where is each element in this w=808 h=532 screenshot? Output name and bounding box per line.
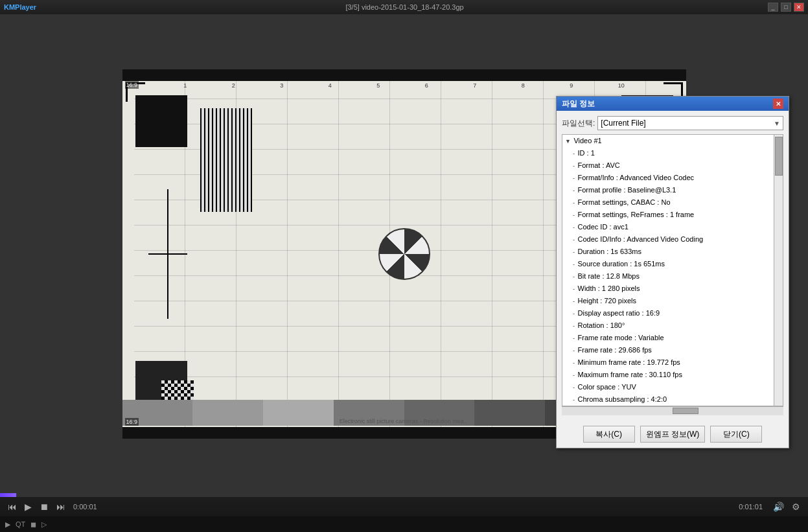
tree-item-8: - Codec ID/Info : Advanced Video Coding <box>562 233 783 246</box>
tree-item-0: ▼ Video #1 <box>562 135 783 147</box>
window-title: [3/5] video-2015-01-30_18-47-20.3gp <box>41 3 768 11</box>
tree-item-22: - Bit depth : 8 bits <box>562 406 783 406</box>
tree-scrollbar[interactable] <box>774 135 783 406</box>
volume-button[interactable]: 🔊 <box>770 500 787 513</box>
progress-fill <box>0 493 16 497</box>
tree-item-4: - Format profile : Baseline@L3.1 <box>562 184 783 196</box>
file-select-row: 파일선택: [Current File] ▼ <box>562 116 783 130</box>
tree-item-13: - Height : 720 pixels <box>562 295 783 307</box>
status-icon-2: ◼ <box>30 520 36 529</box>
app-logo: KMPlayer <box>4 3 36 11</box>
center-circle-pattern <box>378 228 430 280</box>
control-buttons: ⏮ ▶ ⏹ ⏭ 0:00:01 0:01:01 🔊 ⚙ <box>0 497 808 516</box>
tree-item-2: - Format : AVC <box>562 159 783 172</box>
titlebar: KMPlayer [3/5] video-2015-01-30_18-47-20… <box>0 0 808 14</box>
dialog-titlebar: 파일 정보 ✕ <box>557 97 789 111</box>
stop-button[interactable]: ⏹ <box>37 500 51 513</box>
tree-items-container: ▼ Video #1- ID : 1- Format : AVC- Format… <box>562 135 783 406</box>
tree-item-17: - Frame rate : 29.686 fps <box>562 344 783 356</box>
tree-item-14: - Display aspect ratio : 16:9 <box>562 307 783 319</box>
copy-button[interactable]: 복사(C) <box>583 426 635 443</box>
file-select-value: [Current File] <box>601 119 645 128</box>
tree-item-20: - Color space : YUV <box>562 381 783 393</box>
maximize-button[interactable]: □ <box>781 3 791 12</box>
tree-item-16: - Frame rate mode : Variable <box>562 332 783 344</box>
bottom-status-bar: ▶ QT ◼ ▷ <box>0 516 808 532</box>
window-controls: _ □ ✕ <box>768 3 804 12</box>
vert-lines-left <box>200 108 252 212</box>
close-button[interactable]: ✕ <box>794 3 804 12</box>
progress-bar[interactable] <box>0 493 808 497</box>
cross-pattern-left <box>148 189 187 319</box>
tree-item-9: - Duration : 1s 633ms <box>562 246 783 258</box>
tree-hscroll[interactable] <box>562 406 783 415</box>
tree-item-18: - Minimum frame rate : 19.772 fps <box>562 356 783 369</box>
tree-item-15: - Rotation : 180° <box>562 319 783 332</box>
test-block <box>135 95 187 147</box>
status-text-2: ▷ <box>41 520 47 529</box>
tree-item-12: - Width : 1 280 pixels <box>562 283 783 295</box>
file-info-dialog: 파일 정보 ✕ 파일선택: [Current File] ▼ ▼ Video #… <box>556 96 789 448</box>
tree-item-1: - ID : 1 <box>562 147 783 159</box>
tree-item-11: - Bit rate : 12.8 Mbps <box>562 270 783 283</box>
tree-item-19: - Maximum frame rate : 30.110 fps <box>562 369 783 381</box>
controls-bar: ⏮ ▶ ⏹ ⏭ 0:00:01 0:01:01 🔊 ⚙ ▶ QT ◼ ▷ <box>0 493 808 532</box>
file-select-dropdown[interactable]: [Current File] ▼ <box>597 116 783 130</box>
hscroll-track <box>562 407 783 415</box>
tree-item-21: - Chroma subsampling : 4:2:0 <box>562 393 783 406</box>
time-end: 0:01:01 <box>739 503 763 511</box>
play-button[interactable]: ▶ <box>22 500 34 513</box>
info-tree[interactable]: ▼ Video #1- ID : 1- Format : AVC- Format… <box>562 134 783 406</box>
dialog-footer: 복사(C) 윈엠프 정보(W) 닫기(C) <box>557 421 789 448</box>
tree-item-6: - Format settings, ReFrames : 1 frame <box>562 209 783 221</box>
time-current: 0:00:01 <box>73 503 97 511</box>
close-dialog-button[interactable]: 닫기(C) <box>710 426 762 443</box>
tree-item-5: - Format settings, CABAC : No <box>562 196 783 209</box>
checkerboard <box>161 380 194 400</box>
file-select-label: 파일선택: <box>562 118 595 129</box>
dialog-title: 파일 정보 <box>562 98 595 110</box>
fast-forward-button[interactable]: ⏭ <box>54 500 68 513</box>
tree-item-3: - Format/Info : Advanced Video Codec <box>562 172 783 184</box>
status-icon-1: ▶ <box>5 520 10 529</box>
dropdown-arrow-icon: ▼ <box>774 120 780 127</box>
hscroll-thumb <box>673 408 698 414</box>
tree-item-10: - Source duration : 1s 651ms <box>562 258 783 270</box>
dialog-close-button[interactable]: ✕ <box>773 98 783 109</box>
minimize-button[interactable]: _ <box>768 3 778 12</box>
tree-scrollbar-thumb <box>775 137 783 176</box>
scale-top: 12345678910 <box>122 81 686 90</box>
dialog-body: 파일선택: [Current File] ▼ ▼ Video #1- ID : … <box>557 111 789 421</box>
online-help-button[interactable]: 윈엠프 정보(W) <box>640 426 706 443</box>
tree-item-7: - Codec ID : avc1 <box>562 221 783 233</box>
settings-button[interactable]: ⚙ <box>789 500 803 513</box>
status-text-1: QT <box>16 520 25 528</box>
rewind-button[interactable]: ⏮ <box>5 500 19 513</box>
